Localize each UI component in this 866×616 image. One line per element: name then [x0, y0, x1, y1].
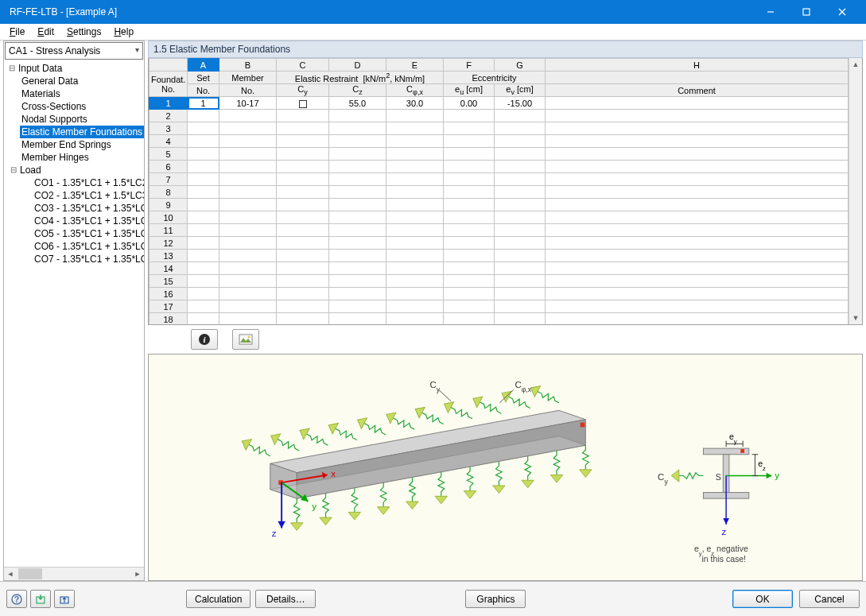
hdr-ev: ev [cm] [495, 84, 546, 97]
minimize-button[interactable] [752, 0, 788, 24]
cancel-button[interactable]: Cancel [799, 590, 860, 608]
svg-rect-6 [239, 335, 252, 344]
grid[interactable]: A B C D E F G H Foundat.No. Set Me [148, 58, 863, 325]
row-header[interactable]: 3 [150, 122, 188, 135]
svg-text:ez: ez [758, 459, 766, 472]
tree-item-cross-sections[interactable]: Cross-Sections [4, 100, 144, 113]
chevron-down-icon: ▾ [135, 45, 139, 54]
tree-load-item[interactable]: CO6 - 1.35*LC1 + 1.35*LC [4, 240, 144, 253]
row-header[interactable]: 7 [150, 173, 188, 186]
tree-load-item[interactable]: CO1 - 1.35*LC1 + 1.5*LC2 [4, 176, 144, 189]
hdr-member: Member [219, 72, 277, 84]
svg-line-27 [438, 390, 450, 401]
tree-item-elastic-member-foundations[interactable]: Elastic Member Foundations [4, 126, 144, 138]
menu-settings[interactable]: Settings [60, 25, 107, 39]
svg-text:Cy: Cy [429, 380, 440, 393]
col-A[interactable]: A [188, 59, 219, 72]
import-button[interactable] [30, 590, 51, 608]
hdr-cphix: Cφ,x [386, 84, 444, 97]
row-header[interactable]: 16 [150, 288, 188, 300]
navigator-tree[interactable]: ⊟Input Data General DataMaterialsCross-S… [4, 60, 144, 567]
close-button[interactable] [824, 0, 860, 24]
col-H[interactable]: H [546, 59, 849, 72]
row-header[interactable]: 15 [150, 275, 188, 288]
tree-input-data[interactable]: ⊟Input Data [4, 62, 144, 75]
tree-item-member-end-springs[interactable]: Member End Springs [4, 138, 144, 151]
tree-load[interactable]: ⊟Load [4, 164, 144, 176]
row-header[interactable]: 14 [150, 262, 188, 275]
col-B[interactable]: B [219, 59, 277, 72]
window-title: RF-FE-LTB - [Example A] [6, 6, 752, 17]
cell-ev[interactable]: -15.00 [495, 97, 546, 110]
menu-file[interactable]: File [3, 25, 31, 39]
row-header[interactable]: 1 [150, 97, 188, 110]
svg-text:Cy: Cy [658, 472, 668, 486]
row-header[interactable]: 8 [150, 186, 188, 199]
tree-load-item[interactable]: CO2 - 1.35*LC1 + 1.5*LC3 [4, 189, 144, 202]
cell-eu[interactable]: 0.00 [444, 97, 495, 110]
row-header[interactable]: 17 [150, 300, 188, 313]
row-header[interactable]: 6 [150, 161, 188, 173]
menu-edit[interactable]: Edit [31, 25, 60, 39]
help-button[interactable]: ? [6, 590, 27, 608]
tree-load-item[interactable]: CO4 - 1.35*LC1 + 1.35*LC [4, 215, 144, 227]
row-header[interactable]: 12 [150, 237, 188, 250]
tree-item-nodal-supports[interactable]: Nodal Supports [4, 113, 144, 126]
row-header[interactable]: 10 [150, 211, 188, 224]
row-header[interactable]: 4 [150, 135, 188, 148]
export-button[interactable] [54, 590, 75, 608]
foundation-diagram: x y z Cy Cφ,x [148, 354, 863, 581]
hdr-comment: Comment [546, 84, 849, 97]
cell-comment[interactable] [546, 97, 849, 110]
col-F[interactable]: F [444, 59, 495, 72]
row-header[interactable]: 5 [150, 148, 188, 161]
svg-marker-24 [278, 521, 285, 529]
row-header[interactable]: 9 [150, 199, 188, 211]
cell-cphix[interactable]: 30.0 [386, 97, 444, 110]
grid-vscrollbar[interactable]: ▲▼ [849, 58, 862, 324]
row-header[interactable]: 11 [150, 224, 188, 237]
maximize-button[interactable] [788, 0, 824, 24]
col-E[interactable]: E [386, 59, 444, 72]
hdr-blank [546, 72, 849, 84]
calculation-button[interactable]: Calculation [186, 590, 250, 608]
row-header[interactable]: 13 [150, 250, 188, 262]
details-button[interactable]: Details… [255, 590, 316, 608]
picture-button[interactable] [232, 329, 259, 350]
cell-member-no[interactable]: 10-17 [219, 97, 277, 110]
tree-item-materials[interactable]: Materials [4, 87, 144, 100]
svg-rect-49 [740, 449, 744, 453]
tree-hscrollbar[interactable]: ◄► [4, 567, 144, 580]
bottom-bar: ? Calculation Details… Graphics OK Cance… [0, 581, 866, 616]
ok-button[interactable]: OK [732, 590, 793, 608]
hdr-foundat-no: Foundat.No. [150, 72, 188, 97]
svg-rect-1 [803, 9, 810, 15]
svg-text:x: x [331, 469, 336, 478]
row-header[interactable]: 2 [150, 110, 188, 122]
tree-item-general-data[interactable]: General Data [4, 75, 144, 87]
tree-load-item[interactable]: CO3 - 1.35*LC1 + 1.35*LC [4, 202, 144, 215]
info-button[interactable]: i [191, 329, 218, 350]
cell-cy[interactable] [277, 97, 329, 110]
svg-text:in this case!: in this case! [701, 554, 745, 564]
tree-load-item[interactable]: CO5 - 1.35*LC1 + 1.35*LC [4, 227, 144, 240]
col-D[interactable]: D [329, 59, 386, 72]
svg-point-8 [248, 336, 250, 339]
tree-load-item[interactable]: CO7 - 1.35*LC1 + 1.35*LC [4, 253, 144, 265]
tree-item-member-hinges[interactable]: Member Hinges [4, 151, 144, 164]
hdr-eu: eu [cm] [444, 84, 495, 97]
checkbox-icon[interactable] [299, 100, 307, 108]
col-C[interactable]: C [277, 59, 329, 72]
cell-set-no[interactable]: 1 [188, 97, 219, 110]
hdr-elastic-restraint: Elastic Restraint [kN/m2, kNm/m] [277, 72, 444, 84]
menu-help[interactable]: Help [107, 25, 140, 39]
graphics-button[interactable]: Graphics [465, 590, 526, 608]
grid-toolbar: i [148, 325, 863, 354]
hdr-eccentricity: Eccentricity [444, 72, 546, 84]
svg-text:y: y [312, 502, 316, 511]
cell-cz[interactable]: 55.0 [329, 97, 386, 110]
case-combo-value: CA1 - Stress Analysis [9, 45, 100, 56]
row-header[interactable]: 18 [150, 313, 188, 324]
col-G[interactable]: G [495, 59, 546, 72]
case-combobox[interactable]: CA1 - Stress Analysis ▾ [5, 42, 143, 60]
